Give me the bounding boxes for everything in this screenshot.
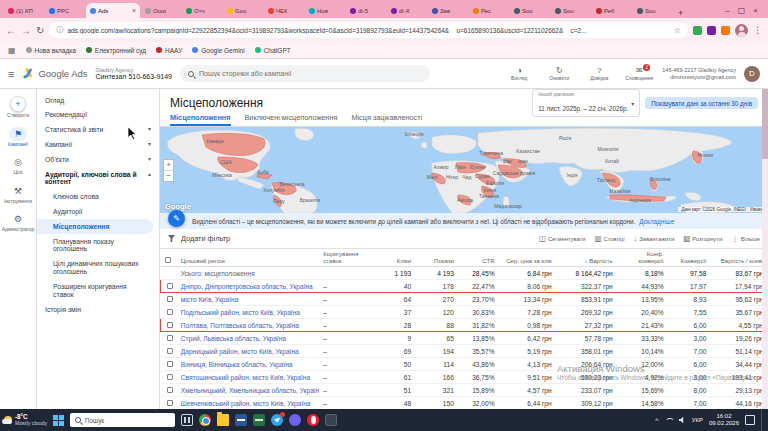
wifi-icon[interactable] <box>665 418 673 423</box>
page-scrollbar[interactable] <box>762 89 768 409</box>
minimize-button[interactable]: – <box>725 6 729 15</box>
row-checkbox[interactable] <box>161 280 177 293</box>
rail-item[interactable]: ⚒ Інструменти <box>0 184 36 205</box>
browser-tab[interactable]: Зав × <box>428 3 468 18</box>
column-header[interactable]: Цільовий регіон <box>177 249 320 267</box>
nav-item[interactable]: Ключові слова <box>37 190 159 205</box>
header-action-button[interactable]: ↻ Оновити <box>544 66 574 81</box>
bookmark-item[interactable]: НААУ <box>156 47 182 54</box>
telegram-icon[interactable] <box>271 414 283 426</box>
nav-item[interactable]: Місцеположення <box>37 219 153 234</box>
add-filter-button[interactable]: Додати фільтр <box>181 234 230 243</box>
volume-icon[interactable] <box>679 417 686 424</box>
location-tab[interactable]: Виключені місцеположення <box>245 113 338 126</box>
header-action-button[interactable]: ◑ Вигляд <box>504 66 534 81</box>
bookmark-item[interactable]: Google Gemini <box>192 47 244 54</box>
apps-grid-icon[interactable]: ▦ <box>8 46 16 55</box>
browser-tab[interactable]: Ads × <box>86 3 140 18</box>
row-checkbox[interactable] <box>161 306 177 319</box>
rail-item[interactable]: + Створити <box>0 96 36 119</box>
bookmark-star-icon[interactable]: ☆ <box>674 26 681 35</box>
select-all-checkbox[interactable] <box>161 249 177 267</box>
row-checkbox[interactable] <box>161 384 177 397</box>
zoom-out-button[interactable]: − <box>164 170 173 181</box>
extension-icon[interactable] <box>707 26 716 35</box>
region-link[interactable]: Дніпро, Дніпропетровська область, Україн… <box>177 280 320 293</box>
browser-tab[interactable]: (1) КП × <box>4 3 44 18</box>
browser-tab[interactable]: Sou × <box>510 3 550 18</box>
toolbar-action-button[interactable]: ⋮ Більше <box>731 234 760 243</box>
action-center-icon[interactable] <box>745 415 755 425</box>
tray-expand-icon[interactable]: ^ <box>655 417 658 424</box>
excel-icon[interactable] <box>253 414 265 426</box>
site-info-icon[interactable]: ⓘ <box>56 25 63 35</box>
learn-more-link[interactable]: Докладніше <box>639 218 674 225</box>
row-checkbox[interactable] <box>161 345 177 358</box>
row-checkbox[interactable] <box>161 397 177 410</box>
row-checkbox[interactable] <box>161 293 177 306</box>
browser-profile-avatar[interactable] <box>735 24 748 37</box>
column-header[interactable]: Покази <box>415 249 458 267</box>
region-link[interactable]: Шевченківський район, місто Київ, Україн… <box>177 397 320 410</box>
browser-tab[interactable]: Отч × <box>182 3 222 18</box>
browser-tab[interactable]: Sou × <box>633 3 673 18</box>
back-button[interactable]: ← <box>6 25 16 36</box>
bookmark-item[interactable]: Нова вкладка <box>26 47 76 54</box>
file-explorer-icon[interactable] <box>217 414 229 426</box>
tab-close-icon[interactable]: × <box>132 7 136 14</box>
start-button[interactable] <box>53 415 64 426</box>
toolbar-action-button[interactable]: ▧ Розгорнути <box>683 234 722 243</box>
close-button[interactable]: × <box>753 6 758 15</box>
column-header[interactable]: ↓ Вартість <box>556 249 617 267</box>
browser-tab[interactable]: ЧЕК × <box>264 3 304 18</box>
browser-tab[interactable]: Нов × <box>305 3 345 18</box>
column-header[interactable]: Вартість / конв. <box>710 249 767 267</box>
location-tab[interactable]: Місця зацікавленості <box>351 113 422 126</box>
region-link[interactable]: Вінниця, Вінницька область, Україна <box>177 358 320 371</box>
extension-icon[interactable] <box>721 26 730 35</box>
last-30-days-button[interactable]: Показувати дані за останні 30 днів <box>645 97 758 109</box>
browser-tab[interactable]: Оши × <box>141 3 181 18</box>
main-menu-icon[interactable]: ≡ <box>8 68 14 80</box>
google-ads-logo[interactable]: Google Ads <box>22 67 87 80</box>
location-tab[interactable]: Місцеположення <box>170 113 231 126</box>
nav-item[interactable]: Рекомендації <box>37 108 159 123</box>
campaign-search[interactable] <box>180 65 430 82</box>
toolbar-action-button[interactable]: ◫ Сегментувати <box>539 234 586 243</box>
task-view-icon[interactable] <box>181 414 193 426</box>
bookmark-item[interactable]: ChatGPT <box>255 47 291 54</box>
nav-item[interactable]: Огляд <box>37 93 159 108</box>
region-link[interactable]: Стрий, Львівська область, Україна <box>177 332 320 345</box>
column-header[interactable]: Сер. ціна за клік <box>499 249 556 267</box>
browser-tab[interactable]: Sou × <box>551 3 591 18</box>
browser-tab[interactable]: Goo × <box>223 3 263 18</box>
nav-item[interactable]: Цілі динамічних пошукових оголошень <box>37 257 159 280</box>
region-link[interactable]: місто Київ, Україна <box>177 293 320 306</box>
weather-widget[interactable]: -8°C Mostly cloudy <box>4 414 47 427</box>
nav-item[interactable]: Планування показу оголошень <box>37 234 159 257</box>
opera-icon[interactable] <box>307 414 319 426</box>
rail-item[interactable]: ⚑ Кампанії <box>0 127 36 148</box>
nav-item[interactable]: Аудиторії <box>37 205 159 220</box>
header-action-button[interactable]: ✉ Сповіщення 2 <box>624 66 654 81</box>
new-tab-button[interactable]: + <box>674 8 687 18</box>
scrollbar-thumb[interactable] <box>762 89 768 159</box>
app-icon[interactable] <box>325 414 337 426</box>
reload-button[interactable]: ↻ <box>36 25 44 36</box>
nav-item[interactable]: Розширені коригування ставок <box>37 279 159 302</box>
toolbar-action-button[interactable]: ↓ Завантажити <box>633 234 674 243</box>
region-link[interactable]: Хмельницький, Хмельницька область, Украї… <box>177 384 320 397</box>
forward-button[interactable]: → <box>21 25 31 36</box>
nav-item[interactable]: Статистика й звіти ▾ <box>37 123 159 138</box>
column-header[interactable]: Коеф. конверсії <box>617 249 668 267</box>
taskbar-search[interactable]: Пошук <box>70 413 175 427</box>
extension-icon[interactable] <box>693 26 702 35</box>
header-action-button[interactable]: ? Довідка <box>584 66 614 81</box>
row-checkbox[interactable] <box>161 319 177 332</box>
browser-tab[interactable]: Реб × <box>592 3 632 18</box>
region-link[interactable]: Святошинський район, місто Київ, Україна <box>177 371 320 384</box>
browser-menu-button[interactable]: ⋮ <box>753 25 762 35</box>
maximize-button[interactable]: ▢ <box>738 6 746 15</box>
nav-item[interactable]: Об'єкти ▾ <box>37 152 159 167</box>
nav-item[interactable]: Аудиторії, ключові слова й контент ▴ <box>37 167 159 190</box>
